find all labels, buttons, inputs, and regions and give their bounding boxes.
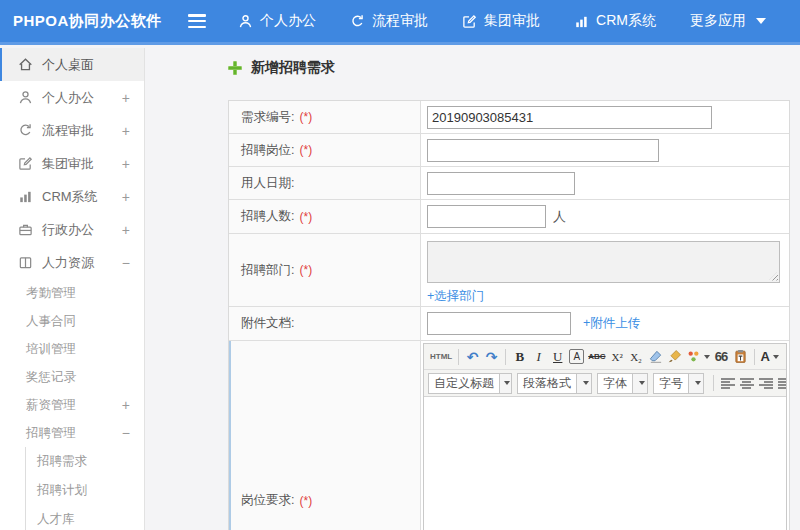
nav-item-crm[interactable]: CRM系统 bbox=[574, 12, 656, 30]
field-label: 招聘部门: bbox=[241, 262, 294, 279]
sidebar-item-crm[interactable]: CRM系统 + bbox=[0, 180, 144, 213]
custom-title-select[interactable]: 自定义标题 bbox=[428, 373, 512, 394]
workflow-icon bbox=[18, 123, 33, 138]
headcount-input[interactable] bbox=[427, 205, 546, 228]
required-mark: (*) bbox=[299, 263, 312, 277]
format-painter-button[interactable] bbox=[665, 347, 684, 367]
superscript-button[interactable]: X² bbox=[608, 347, 627, 367]
home-icon bbox=[18, 57, 33, 72]
html-source-button[interactable]: HTML bbox=[428, 347, 454, 367]
caret-down-icon bbox=[576, 374, 591, 393]
strikethrough-button[interactable]: ABC bbox=[586, 347, 607, 367]
add-plus-icon bbox=[228, 61, 242, 75]
hire-date-input[interactable] bbox=[427, 172, 575, 195]
sidebar-item-label: CRM系统 bbox=[42, 188, 98, 206]
demand-number-input[interactable] bbox=[427, 106, 712, 129]
sidebar-item-recruit-mgmt[interactable]: 招聘管理 − bbox=[0, 419, 144, 447]
sidebar-item-talent-pool[interactable]: 人才库 bbox=[26, 505, 144, 530]
font-family-select[interactable]: 字体 bbox=[597, 373, 648, 394]
field-label: 招聘人数: bbox=[241, 208, 294, 225]
required-mark: (*) bbox=[299, 110, 312, 124]
sidebar-item-personal-office[interactable]: 个人办公 + bbox=[0, 81, 144, 114]
attachment-input[interactable] bbox=[427, 312, 571, 335]
sidebar-item-desktop[interactable]: 个人桌面 bbox=[0, 48, 144, 81]
expand-plus-icon: + bbox=[122, 189, 130, 205]
eraser-icon bbox=[648, 349, 663, 364]
align-justify-button[interactable] bbox=[775, 373, 786, 393]
sidebar-item-recruit-demand[interactable]: 招聘需求 bbox=[26, 447, 144, 476]
unit-suffix: 人 bbox=[553, 208, 566, 226]
sidebar-item-workflow-approval[interactable]: 流程审批 + bbox=[0, 114, 144, 147]
subscript-button[interactable]: X₂ bbox=[627, 347, 646, 367]
collapse-minus-icon: − bbox=[122, 255, 130, 271]
sidebar-item-hr[interactable]: 人力资源 − bbox=[0, 246, 144, 279]
book-icon bbox=[18, 255, 33, 270]
undo-button[interactable]: ↶ bbox=[463, 347, 482, 367]
redo-button[interactable]: ↷ bbox=[482, 347, 501, 367]
paste-text-button[interactable] bbox=[731, 347, 750, 367]
main-content: 新增招聘需求 需求编号: (*) 招聘岗位: (*) 用人日期: bbox=[146, 48, 800, 530]
nav-item-label: 更多应用 bbox=[690, 12, 746, 30]
font-size-select[interactable]: 字号 bbox=[653, 373, 704, 394]
menu-toggle-icon[interactable] bbox=[188, 14, 207, 28]
text-border-button[interactable]: A bbox=[569, 349, 584, 364]
nav-item-more-apps[interactable]: 更多应用 bbox=[690, 12, 766, 30]
editor-content-area[interactable] bbox=[424, 397, 786, 530]
sidebar-item-label: 流程审批 bbox=[42, 122, 94, 140]
font-color-button[interactable]: A bbox=[759, 347, 781, 367]
expand-plus-icon: + bbox=[122, 90, 130, 106]
sidebar-item-label: 人才库 bbox=[37, 511, 75, 528]
nav-item-group-approval[interactable]: 集团审批 bbox=[462, 12, 540, 30]
user-icon bbox=[238, 14, 253, 29]
align-left-button[interactable] bbox=[718, 373, 737, 393]
sidebar-item-training[interactable]: 培训管理 bbox=[0, 335, 144, 363]
department-textarea[interactable] bbox=[427, 241, 780, 283]
form-row-headcount: 招聘人数: (*) 人 bbox=[229, 200, 789, 234]
sidebar-hr-submenu: 考勤管理 人事合同 培训管理 奖惩记录 薪资管理 + 招聘管理 − 招聘需求 招… bbox=[0, 279, 144, 530]
form-row-department: 招聘部门: (*) +选择部门 bbox=[229, 234, 789, 307]
upload-attachment-link[interactable]: +附件上传 bbox=[583, 315, 640, 332]
nav-item-workflow-approval[interactable]: 流程审批 bbox=[350, 12, 428, 30]
underline-button[interactable]: U bbox=[548, 347, 567, 367]
sidebar-item-label: 人事合同 bbox=[26, 313, 76, 330]
caret-down-icon bbox=[756, 18, 766, 24]
sidebar-item-hr-contract[interactable]: 人事合同 bbox=[0, 307, 144, 335]
sidebar-item-label: 个人桌面 bbox=[42, 56, 94, 74]
sidebar-item-recruit-plan[interactable]: 招聘计划 bbox=[26, 476, 144, 505]
sidebar-item-attendance[interactable]: 考勤管理 bbox=[0, 279, 144, 307]
sidebar-item-admin-office[interactable]: 行政办公 + bbox=[0, 213, 144, 246]
position-input[interactable] bbox=[427, 139, 659, 162]
italic-button[interactable]: I bbox=[529, 347, 548, 367]
top-navbar: PHPOA协同办公软件 个人办公 流程审批 集团审批 CRM系统 bbox=[0, 0, 800, 45]
align-justify-icon bbox=[778, 378, 787, 389]
page-title: 新增招聘需求 bbox=[251, 59, 335, 77]
color-palette-button[interactable] bbox=[684, 347, 712, 367]
sidebar-item-label: 考勤管理 bbox=[26, 285, 76, 302]
align-center-button[interactable] bbox=[737, 373, 756, 393]
top-menu: 个人办公 流程审批 集团审批 CRM系统 更多应用 bbox=[238, 12, 800, 30]
sidebar-item-group-approval[interactable]: 集团审批 + bbox=[0, 147, 144, 180]
eraser-button[interactable] bbox=[646, 347, 665, 367]
form-row-demand-no: 需求编号: (*) bbox=[229, 101, 789, 134]
nav-item-label: 集团审批 bbox=[484, 12, 540, 30]
sidebar-item-salary[interactable]: 薪资管理 + bbox=[0, 391, 144, 419]
paragraph-format-select[interactable]: 段落格式 bbox=[517, 373, 592, 394]
align-right-button[interactable] bbox=[756, 373, 775, 393]
align-center-icon bbox=[740, 378, 754, 389]
expand-plus-icon: + bbox=[122, 397, 130, 413]
bar-chart-icon bbox=[18, 189, 33, 204]
brush-icon bbox=[667, 349, 682, 364]
select-department-link[interactable]: +选择部门 bbox=[427, 288, 484, 305]
approval-edit-icon bbox=[18, 156, 33, 171]
nav-item-label: 个人办公 bbox=[260, 12, 316, 30]
sidebar-recruit-submenu: 招聘需求 招聘计划 人才库 bbox=[25, 447, 144, 530]
field-label: 用人日期: bbox=[241, 175, 294, 192]
caret-down-icon bbox=[499, 374, 511, 393]
bold-button[interactable]: B bbox=[510, 347, 529, 367]
sidebar-item-rewards[interactable]: 奖惩记录 bbox=[0, 363, 144, 391]
nav-item-personal-office[interactable]: 个人办公 bbox=[238, 12, 316, 30]
blockquote-button[interactable]: 66 bbox=[712, 347, 731, 367]
form-row-attachment: 附件文档: +附件上传 bbox=[229, 307, 789, 341]
expand-plus-icon: + bbox=[122, 156, 130, 172]
sidebar-item-label: 人力资源 bbox=[42, 254, 94, 272]
